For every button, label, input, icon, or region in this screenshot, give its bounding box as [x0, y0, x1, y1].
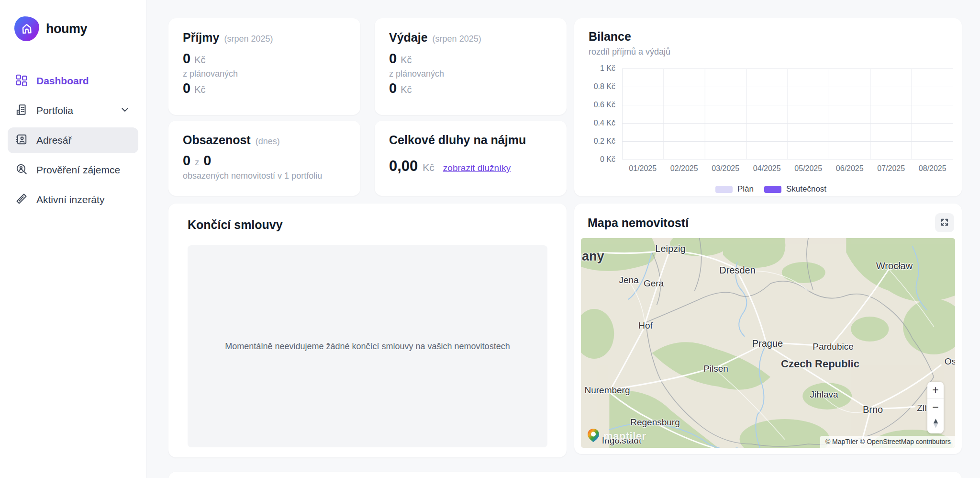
map-card: Mapa nemovitostí: [574, 204, 962, 454]
brand-name: houmy: [46, 22, 87, 36]
occupancy-separator: z: [195, 158, 199, 168]
sidebar-item-label: Dashboard: [36, 75, 89, 87]
income-planned-label: z plánovaných: [183, 69, 346, 79]
sidebar-item-portfolia[interactable]: Portfolia: [8, 98, 138, 124]
map-compass-button[interactable]: [927, 416, 944, 433]
expenses-card: Výdaje (srpen 2025) 0 Kč z plánovaných 0…: [375, 18, 567, 115]
sidebar-item-label: Adresář: [36, 135, 72, 146]
right-column: Bilance rozdíl příjmů a výdajů 1 Kč0.8 K…: [574, 18, 962, 457]
sidebar: houmy Dashboard Portfolia: [0, 0, 146, 478]
sidebar-item-label: Aktivní inzeráty: [36, 194, 104, 205]
map-controls: + −: [927, 382, 944, 433]
balance-chart: 1 Kč0.8 Kč0.6 Kč0.4 Kč0.2 Kč0 Kč 01/2025…: [589, 68, 953, 194]
income-currency: Kč: [194, 55, 205, 66]
left-column: Příjmy (srpen 2025) 0 Kč z plánovaných 0…: [168, 18, 567, 457]
main-content: Příjmy (srpen 2025) 0 Kč z plánovaných 0…: [147, 0, 980, 478]
sidebar-item-label: Prověření zájemce: [36, 164, 120, 176]
income-value: 0: [183, 51, 190, 67]
expenses-value: 0: [389, 51, 397, 67]
contracts-empty-state: Momentálně neevidujeme žádné končící sml…: [188, 245, 547, 447]
income-card-period: (srpen 2025): [224, 34, 273, 44]
sidebar-item-dashboard[interactable]: Dashboard: [8, 68, 138, 94]
contracts-empty-message: Momentálně neevidujeme žádné končící sml…: [225, 341, 510, 352]
income-card: Příjmy (srpen 2025) 0 Kč z plánovaných 0…: [168, 18, 360, 115]
houmy-logo-icon: [14, 16, 40, 42]
contact-card-icon: [15, 133, 28, 148]
occupancy-card-period: (dnes): [256, 137, 280, 147]
income-planned-currency: Kč: [194, 84, 205, 95]
chart-x-axis: 01/202502/202503/202504/202505/202506/20…: [622, 164, 953, 173]
sidebar-item-label: Portfolia: [36, 105, 73, 116]
debts-currency: Kč: [423, 162, 434, 173]
maptiler-logo[interactable]: maptiler: [586, 428, 646, 445]
debts-card: Celkové dluhy na nájmu 0,00 Kč zobrazit …: [375, 121, 567, 196]
bottom-partial-card: [168, 472, 962, 478]
expenses-card-period: (srpen 2025): [433, 34, 481, 44]
expenses-planned-currency: Kč: [401, 84, 412, 95]
sidebar-nav: Dashboard Portfolia: [0, 68, 146, 213]
balance-card-title: Bilance: [589, 30, 631, 43]
sidebar-item-aktivni-inzeraty[interactable]: Aktivní inzeráty: [8, 187, 138, 213]
compass-needle-icon: [932, 418, 939, 432]
expenses-currency: Kč: [401, 55, 412, 66]
occupancy-subtitle: obsazených nemovitostí v 1 portfoliu: [183, 171, 346, 181]
expenses-card-title: Výdaje: [389, 31, 428, 45]
map-zoom-in-button[interactable]: +: [927, 382, 944, 399]
balance-card: Bilance rozdíl příjmů a výdajů 1 Kč0.8 K…: [574, 18, 962, 196]
expenses-planned-label: z plánovaných: [389, 69, 552, 79]
map-attribution: © MapTiler © OpenStreetMap contributors: [820, 436, 955, 448]
occupancy-total: 0: [203, 153, 211, 169]
expenses-planned-value: 0: [389, 80, 397, 96]
chevron-down-icon[interactable]: [119, 104, 131, 117]
balance-card-subtitle: rozdíl příjmů a výdajů: [589, 47, 953, 57]
person-search-icon: [15, 163, 28, 177]
income-card-title: Příjmy: [183, 31, 219, 45]
chart-y-axis: 1 Kč0.8 Kč0.6 Kč0.4 Kč0.2 Kč0 Kč: [589, 68, 618, 159]
brand: houmy: [0, 0, 146, 41]
chart-legend: PlánSkutečnost: [589, 184, 953, 194]
map-card-title: Mapa nemovitostí: [588, 216, 689, 230]
occupancy-card: Obsazenost (dnes) 0 z 0 obsazených nemov…: [168, 121, 360, 196]
sidebar-item-adresar[interactable]: Adresář: [8, 127, 138, 153]
debts-value: 0,00: [389, 158, 418, 175]
ruler-icon: [15, 193, 28, 207]
expand-icon: [940, 217, 949, 228]
debts-card-title: Celkové dluhy na nájmu: [389, 133, 526, 147]
show-debtors-link[interactable]: zobrazit dlužníky: [443, 163, 511, 173]
map-canvas[interactable]: GermanyLeipzigDresdenWrocławJenaGeraHofP…: [581, 238, 955, 448]
maptiler-pin-icon: [586, 428, 601, 445]
dashboard-grid-icon: [15, 74, 28, 88]
contracts-card-title: Končící smlouvy: [188, 218, 283, 231]
occupancy-card-title: Obsazenost: [183, 133, 251, 147]
ending-contracts-card: Končící smlouvy Momentálně neevidujeme ž…: [168, 204, 567, 457]
map-terrain: [581, 238, 955, 448]
building-icon: [15, 103, 28, 118]
map-zoom-out-button[interactable]: −: [927, 399, 944, 416]
chart-plot-area: [622, 68, 953, 159]
map-fullscreen-button[interactable]: [935, 213, 954, 232]
occupancy-value: 0: [183, 153, 190, 169]
sidebar-item-provereni-zajemce[interactable]: Prověření zájemce: [8, 157, 138, 183]
maptiler-logo-text: maptiler: [603, 430, 646, 443]
income-planned-value: 0: [183, 80, 190, 96]
